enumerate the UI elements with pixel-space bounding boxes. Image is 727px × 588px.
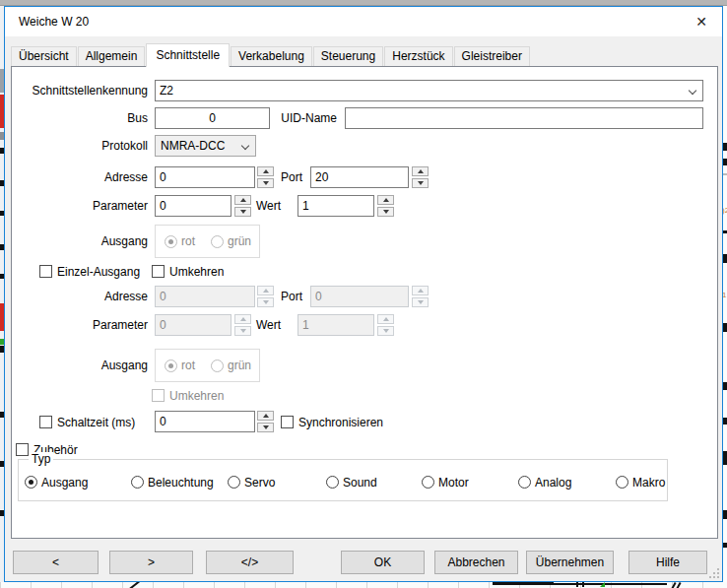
tab-uebersicht[interactable]: Übersicht bbox=[11, 46, 77, 66]
parameter1-input[interactable] bbox=[155, 195, 231, 217]
address1-label: Adresse bbox=[12, 166, 148, 188]
type-radio-servo[interactable]: Servo bbox=[228, 475, 275, 490]
output1-label: Ausgang bbox=[12, 230, 148, 252]
radio-icon[interactable] bbox=[228, 476, 240, 489]
radio-icon bbox=[211, 359, 224, 372]
type-option-label: Servo bbox=[244, 476, 275, 490]
track-fragment bbox=[554, 583, 667, 585]
value1-input[interactable] bbox=[297, 195, 374, 217]
bus-input[interactable] bbox=[155, 107, 270, 129]
track-fragment bbox=[493, 582, 554, 585]
resize-grip-icon[interactable] bbox=[709, 568, 719, 578]
radio-icon[interactable] bbox=[518, 476, 531, 489]
invert1-checkbox[interactable]: Umkehren bbox=[152, 264, 224, 279]
port1-label: Port bbox=[258, 166, 302, 188]
output1-gruen-label: grün bbox=[228, 234, 251, 248]
parameter2-label: Parameter bbox=[12, 314, 148, 336]
type-radio-ausgang[interactable]: Ausgang bbox=[25, 475, 88, 490]
output1-rot-label: rot bbox=[181, 234, 195, 248]
chevron-down-icon[interactable] bbox=[241, 142, 249, 150]
type-radio-beleuchtung[interactable]: Beleuchtung bbox=[131, 475, 214, 490]
tab-schnittstelle[interactable]: Schnittstelle bbox=[146, 43, 230, 67]
switch-time-label: Schaltzeit (ms) bbox=[57, 416, 135, 429]
type-groupbox: Typ Ausgang Beleuchtung Servo Sound Moto… bbox=[18, 459, 668, 501]
port1-spinner bbox=[412, 166, 429, 188]
type-option-label: Ausgang bbox=[41, 476, 88, 490]
radio-icon[interactable] bbox=[326, 476, 339, 489]
checkbox-icon[interactable] bbox=[281, 416, 294, 428]
synchronize-label: Synchronisieren bbox=[298, 416, 383, 429]
switch-time-checkbox[interactable]: Schaltzeit (ms) bbox=[39, 415, 135, 429]
tab-verkabelung[interactable]: Verkabelung bbox=[231, 46, 312, 66]
tab-gleistreiber[interactable]: Gleistreiber bbox=[454, 46, 530, 66]
invert1-label: Umkehren bbox=[169, 265, 224, 279]
value1-label: Wert bbox=[238, 195, 281, 217]
protocol-dropdown[interactable]: NMRA-DCC bbox=[155, 135, 256, 157]
type-option-label: Sound bbox=[343, 476, 377, 490]
signal-arrow-fragment bbox=[600, 582, 605, 587]
apply-button[interactable]: Übernehmen bbox=[526, 551, 614, 574]
interface-id-input[interactable] bbox=[156, 81, 702, 100]
checkbox-icon[interactable] bbox=[152, 265, 165, 278]
spin-down-button bbox=[377, 326, 394, 336]
tab-herzstueck[interactable]: Herzstück bbox=[384, 46, 452, 66]
radio-icon[interactable] bbox=[616, 476, 628, 489]
interface-id-combobox[interactable] bbox=[155, 80, 703, 101]
parameter1-label: Parameter bbox=[12, 195, 148, 217]
value2-label: Wert bbox=[238, 314, 281, 336]
single-output-checkbox[interactable]: Einzel-Ausgang bbox=[39, 264, 140, 279]
single-output-label: Einzel-Ausgang bbox=[57, 265, 140, 279]
type-radio-analog[interactable]: Analog bbox=[518, 475, 571, 490]
value1-spinner bbox=[377, 195, 394, 217]
track-fragment bbox=[576, 582, 578, 587]
next-button[interactable]: > bbox=[109, 551, 193, 574]
code-button[interactable]: </> bbox=[206, 551, 294, 574]
output1-groupbox: rot grün bbox=[155, 225, 260, 258]
tab-steuerung[interactable]: Steuerung bbox=[313, 46, 383, 66]
uid-name-label: UID-Name bbox=[258, 107, 337, 129]
spin-down-button[interactable] bbox=[412, 178, 429, 188]
protocol-value: NMRA-DCC bbox=[161, 136, 225, 156]
radio-icon[interactable] bbox=[422, 476, 434, 489]
spin-down-button[interactable] bbox=[257, 423, 274, 432]
spin-up-button[interactable] bbox=[412, 166, 429, 176]
tab-bar: Übersicht Allgemein Schnittstelle Verkab… bbox=[11, 42, 531, 66]
radio-selected-icon[interactable] bbox=[25, 476, 37, 489]
spin-down-button bbox=[412, 297, 429, 307]
type-radio-sound[interactable]: Sound bbox=[326, 475, 377, 490]
spin-up-button bbox=[412, 286, 429, 295]
spin-up-button[interactable] bbox=[377, 195, 394, 205]
checkbox-icon[interactable] bbox=[16, 443, 29, 456]
track-fragment bbox=[582, 582, 584, 587]
value2-input bbox=[297, 314, 374, 336]
radio-icon[interactable] bbox=[131, 476, 144, 489]
radio-selected-icon bbox=[165, 359, 177, 372]
type-legend: Typ bbox=[29, 452, 53, 466]
spin-down-button[interactable] bbox=[377, 207, 394, 217]
cancel-button[interactable]: Abbrechen bbox=[434, 551, 518, 574]
output2-label: Ausgang bbox=[12, 355, 148, 376]
tab-allgemein[interactable]: Allgemein bbox=[78, 46, 146, 66]
output2-gruen-label: grün bbox=[228, 359, 251, 372]
address2-input bbox=[155, 286, 255, 307]
invert2-checkbox: Umkehren bbox=[152, 388, 224, 403]
output2-rot-label: rot bbox=[181, 359, 195, 372]
port2-label: Port bbox=[258, 286, 302, 307]
port1-input[interactable] bbox=[310, 166, 409, 188]
close-icon[interactable]: ✕ bbox=[687, 9, 716, 34]
switch-time-input[interactable] bbox=[155, 411, 255, 432]
interface-id-label: Schnittstellenkennung bbox=[12, 80, 148, 101]
type-radio-motor[interactable]: Motor bbox=[422, 475, 469, 490]
type-radio-makro[interactable]: Makro bbox=[616, 475, 665, 490]
type-option-label: Analog bbox=[535, 476, 571, 490]
uid-name-input[interactable] bbox=[345, 107, 703, 129]
prev-button[interactable]: < bbox=[13, 551, 99, 574]
spin-up-button[interactable] bbox=[257, 411, 274, 421]
address1-input[interactable] bbox=[155, 166, 255, 188]
checkbox-icon[interactable] bbox=[39, 265, 52, 278]
output2-radio-rot: rot bbox=[165, 359, 195, 372]
synchronize-checkbox[interactable]: Synchronisieren bbox=[281, 415, 383, 429]
checkbox-icon[interactable] bbox=[39, 416, 52, 428]
help-button[interactable]: Hilfe bbox=[628, 551, 707, 574]
ok-button[interactable]: OK bbox=[341, 551, 425, 574]
